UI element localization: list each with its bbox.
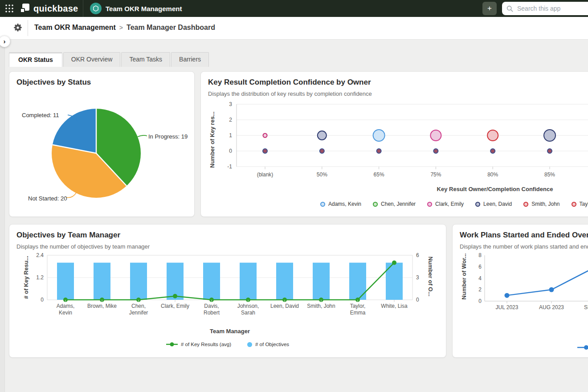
tab-barriers[interactable]: Barriers <box>171 52 209 67</box>
bubble-legend: Adams, KevinChen, JenniferClark, EmilyLe… <box>320 201 588 207</box>
card-subtitle: Displays the distribution of key results… <box>208 90 372 97</box>
sidebar-expand-button[interactable]: › <box>0 36 10 47</box>
svg-text:AUG 2023: AUG 2023 <box>539 304 564 310</box>
y-axis-label: Number of Wor... <box>461 243 467 310</box>
pie-slice-label: Not Started: 20 <box>28 195 67 202</box>
app-name: Team OKR Management <box>106 5 182 12</box>
svg-text:50%: 50% <box>317 172 327 178</box>
search-input[interactable] <box>516 4 585 12</box>
card-title: Objectives by Team Manager <box>16 231 120 240</box>
card-objectives-by-status: Objectives by Status In Progress: 19Not … <box>9 71 195 217</box>
card-title: Work Plans Started and Ended Over Time <box>460 231 588 240</box>
bubble-chart: 3210-1(blank)50%65%75%80%85%Key Result O… <box>219 100 588 196</box>
svg-text:Adams,Kevin: Adams,Kevin <box>57 303 75 316</box>
breadcrumb: Team OKR Management>Team Manager Dashboa… <box>34 24 215 32</box>
quickbase-logo[interactable]: quickbase <box>20 3 78 14</box>
breadcrumb-app-link[interactable]: Team OKR Management <box>34 24 116 31</box>
legend-item: Taylor, Emma <box>572 201 588 207</box>
line-chart: 86420JUL 2023AUG 2023SEP 2023 <box>473 252 588 357</box>
svg-text:1: 1 <box>229 132 232 139</box>
tab-okr-overview[interactable]: OKR Overview <box>63 52 121 67</box>
search-icon <box>506 5 513 12</box>
svg-text:Davis,Robert: Davis,Robert <box>204 303 220 316</box>
svg-text:Leen, David: Leen, David <box>270 303 299 309</box>
svg-text:75%: 75% <box>430 172 441 178</box>
pie-slice-label: Completed: 11 <box>22 112 59 118</box>
svg-text:-1: -1 <box>227 163 232 170</box>
y-axis-label: Number of Key res... <box>209 106 216 173</box>
bars-legend: # of Key Results (avg)# of Objectives <box>9 342 446 347</box>
legend-item: Chen, Jennifer <box>373 201 416 207</box>
svg-text:8: 8 <box>478 252 482 258</box>
svg-text:6: 6 <box>478 264 482 270</box>
svg-text:Taylor,Emma: Taylor,Emma <box>350 303 366 316</box>
breadcrumb-bar: Team OKR Management>Team Manager Dashboa… <box>0 17 588 40</box>
topbar: quickbase Team OKR Management + <box>0 0 588 17</box>
svg-text:2: 2 <box>478 286 482 293</box>
page-root: quickbase Team OKR Management + <box>0 0 588 392</box>
svg-text:Chen,Jennifer: Chen,Jennifer <box>129 303 148 316</box>
svg-text:Johnson,Sarah: Johnson,Sarah <box>237 303 259 316</box>
bar-line-chart: 2.41.20630Adams,KevinBrown, MikeChen,Jen… <box>18 252 446 357</box>
breadcrumb-separator: > <box>119 24 123 31</box>
add-button[interactable]: + <box>482 2 497 15</box>
gear-icon[interactable] <box>13 23 22 32</box>
svg-text:Brown, Mike: Brown, Mike <box>87 303 117 309</box>
tab-team-tasks[interactable]: Team Tasks <box>121 52 170 67</box>
legend-item: # of Objectives <box>247 342 289 347</box>
apps-grid-icon[interactable] <box>5 4 14 13</box>
wp-legend <box>577 344 588 352</box>
app-menu[interactable]: Team OKR Management <box>90 3 182 14</box>
card-subtitle: Displays the number of work plans starte… <box>460 243 588 250</box>
topbar-divider <box>83 0 83 17</box>
left-rail <box>0 39 5 392</box>
tab-bar: OKR StatusOKR OverviewTeam TasksBarriers <box>9 52 210 67</box>
svg-text:4: 4 <box>478 275 482 282</box>
svg-text:(blank): (blank) <box>257 172 274 178</box>
svg-text:3: 3 <box>229 101 232 107</box>
svg-text:Team Manager: Team Manager <box>210 328 250 335</box>
breadcrumb-divider <box>28 20 28 36</box>
app-icon <box>90 3 102 14</box>
svg-text:1.2: 1.2 <box>36 274 44 281</box>
svg-text:2.4: 2.4 <box>36 252 44 258</box>
svg-text:Key Result Owner/Completion Co: Key Result Owner/Completion Confidence <box>437 186 553 192</box>
card-title: Key Result Completion Confidence by Owne… <box>208 78 371 87</box>
pie-slice-label: In Progress: 19 <box>148 133 188 140</box>
tab-okr-status[interactable]: OKR Status <box>9 52 62 67</box>
search-box[interactable] <box>502 2 588 15</box>
legend-item: Leen, David <box>475 201 512 207</box>
svg-text:0: 0 <box>416 297 419 303</box>
svg-text:White, Lisa: White, Lisa <box>381 303 408 309</box>
svg-text:6: 6 <box>416 252 419 258</box>
quickbase-logo-text: quickbase <box>33 4 78 14</box>
card-work-plans: Work Plans Started and Ended Over Time D… <box>452 224 588 358</box>
svg-text:2: 2 <box>229 117 232 123</box>
legend-item: Clark, Emily <box>427 201 464 207</box>
legend-item: Smith, John <box>523 201 559 207</box>
svg-text:0: 0 <box>229 148 232 154</box>
svg-text:JUL 2023: JUL 2023 <box>496 304 519 310</box>
chevron-right-icon: › <box>4 37 6 45</box>
apps-grid-glyph <box>5 4 14 13</box>
quickbase-mark-icon <box>20 3 30 14</box>
card-objectives-by-manager: Objectives by Team Manager Displays the … <box>9 224 446 358</box>
legend-item: # of Key Results (avg) <box>166 342 231 347</box>
card-subtitle: Displays the number of objectives by tea… <box>16 243 150 250</box>
svg-text:80%: 80% <box>487 172 498 178</box>
card-kr-confidence: Key Result Completion Confidence by Owne… <box>200 71 588 217</box>
svg-text:Smith, John: Smith, John <box>307 303 335 309</box>
breadcrumb-page: Team Manager Dashboard <box>127 24 215 31</box>
svg-text:0: 0 <box>41 297 44 303</box>
svg-text:3: 3 <box>416 274 419 281</box>
svg-text:65%: 65% <box>374 172 384 178</box>
svg-text:SEP 2023: SEP 2023 <box>584 304 588 310</box>
legend-item: Adams, Kevin <box>320 201 361 207</box>
svg-text:85%: 85% <box>544 172 555 178</box>
svg-text:Clark, Emily: Clark, Emily <box>161 303 189 309</box>
svg-text:0: 0 <box>478 298 482 304</box>
